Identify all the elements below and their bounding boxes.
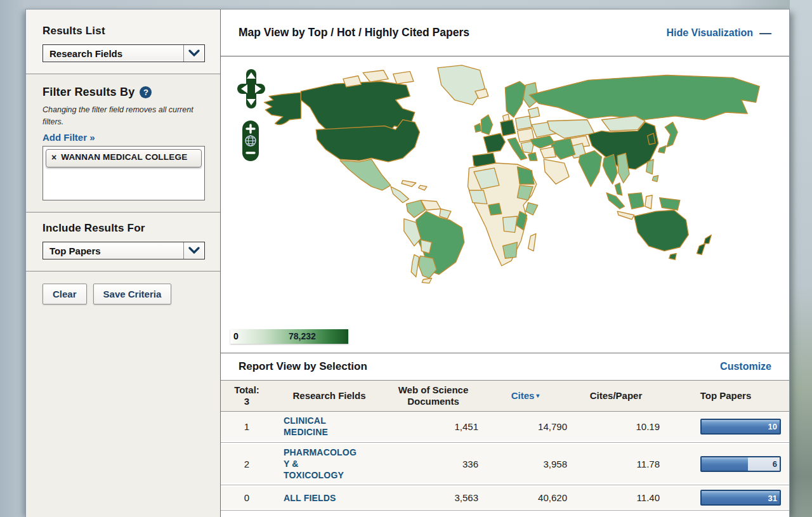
- row-divider: [221, 485, 789, 485]
- documents-value: 336: [386, 459, 481, 469]
- sort-desc-icon: ▾: [536, 392, 539, 399]
- chevron-down-icon: [183, 45, 204, 62]
- filter-section: Filter Results By ? Changing the filter …: [26, 74, 220, 213]
- map-legend: 0 78,232: [230, 329, 348, 344]
- results-list-section: Results List Research Fields: [26, 10, 220, 74]
- cites-per-paper-value: 10.19: [570, 421, 662, 432]
- row-rank: 1: [221, 421, 273, 432]
- top-papers-value: 6: [773, 459, 777, 469]
- sidebar: Results List Research Fields Filter Resu…: [26, 10, 221, 517]
- results-list-dropdown-value: Research Fields: [43, 48, 183, 59]
- field-link[interactable]: CLINICAL MEDICINE: [284, 416, 328, 437]
- cites-per-paper-value: 11.40: [570, 492, 662, 503]
- main-panel: Map View by Top / Hot / Highly Cited Pap…: [221, 10, 789, 517]
- save-criteria-button[interactable]: Save Criteria: [93, 284, 172, 304]
- column-header-cites-per-paper[interactable]: Cites/Paper: [570, 390, 662, 402]
- total-header: Total: 3: [221, 384, 273, 407]
- filter-list-box: × WANNAN MEDICAL COLLEGE: [43, 146, 205, 200]
- results-list-dropdown[interactable]: Research Fields: [43, 44, 205, 62]
- column-header-documents[interactable]: Web of Science Documents: [386, 384, 481, 407]
- top-papers-value: 10: [768, 422, 777, 431]
- remove-filter-icon[interactable]: ×: [51, 152, 56, 164]
- row-rank: 0: [221, 492, 273, 503]
- hide-visualization-link[interactable]: Hide Visualization —: [666, 27, 771, 39]
- cites-value: 14,790: [481, 421, 570, 432]
- filter-chip-label: WANNAN MEDICAL COLLEGE: [61, 152, 187, 162]
- report-title: Report View by Selection: [239, 360, 367, 373]
- filter-chip[interactable]: × WANNAN MEDICAL COLLEGE: [46, 149, 202, 168]
- results-list-title: Results List: [43, 25, 204, 37]
- field-link[interactable]: ALL FIELDS: [284, 493, 336, 503]
- table-body: 1 CLINICAL MEDICINE 1,451 14,790 10.19 1…: [221, 412, 789, 512]
- table-row: 1 CLINICAL MEDICINE 1,451 14,790 10.19 1…: [221, 412, 789, 441]
- table-row: 2 PHARMACOLOG Y & TOXICOLOGY 336 3,958 1…: [221, 444, 789, 483]
- top-papers-value: 31: [768, 493, 777, 502]
- table-row: 0 ALL FIELDS 3,563 40,620 11.40 31: [221, 487, 789, 509]
- table-header-row: Total: 3 Research Fields Web of Science …: [221, 381, 789, 412]
- include-results-dropdown-value: Top Papers: [43, 245, 183, 256]
- legend-min-value: 0: [233, 331, 239, 341]
- documents-value: 3,563: [386, 492, 481, 503]
- app-window: Results List Research Fields Filter Resu…: [25, 9, 790, 517]
- column-header-cites[interactable]: Cites▾: [481, 390, 570, 402]
- cites-per-paper-value: 11.78: [570, 459, 662, 469]
- top-papers-bar[interactable]: 31: [700, 490, 781, 506]
- field-link[interactable]: PHARMACOLOG Y & TOXICOLOGY: [284, 447, 357, 480]
- row-rank: 2: [221, 459, 273, 469]
- map-header: Map View by Top / Hot / Highly Cited Pap…: [221, 10, 789, 56]
- filter-section-title: Filter Results By: [43, 86, 134, 99]
- row-divider: [221, 442, 789, 443]
- include-results-dropdown[interactable]: Top Papers: [43, 242, 205, 259]
- customize-link[interactable]: Customize: [720, 361, 771, 372]
- include-results-title: Include Results For: [43, 222, 204, 235]
- world-map[interactable]: [245, 63, 787, 317]
- top-papers-bar[interactable]: 10: [700, 419, 781, 435]
- report-header: Report View by Selection Customize: [221, 353, 789, 381]
- actions-section: Clear Save Criteria: [26, 272, 220, 517]
- window-right-shadow: [790, 0, 812, 517]
- map-area: 0 78,232: [221, 56, 789, 353]
- add-filter-link[interactable]: Add Filter »: [43, 132, 95, 143]
- cites-value: 3,958: [481, 459, 570, 469]
- legend-max-value: 78,232: [289, 331, 316, 341]
- row-divider: [221, 510, 789, 511]
- chevron-down-icon: [183, 242, 204, 259]
- clear-button[interactable]: Clear: [43, 284, 87, 304]
- map-countries[interactable]: [264, 65, 759, 283]
- map-title: Map View by Top / Hot / Highly Cited Pap…: [239, 26, 469, 39]
- help-icon[interactable]: ?: [140, 86, 152, 98]
- include-results-section: Include Results For Top Papers: [26, 213, 220, 272]
- cites-value: 40,620: [481, 492, 570, 503]
- filter-note: Changing the filter field removes all cu…: [43, 104, 206, 129]
- column-header-research-fields[interactable]: Research Fields: [273, 390, 386, 402]
- documents-value: 1,451: [386, 421, 481, 432]
- column-header-top-papers[interactable]: Top Papers: [662, 390, 789, 402]
- top-papers-bar[interactable]: 6: [700, 456, 781, 472]
